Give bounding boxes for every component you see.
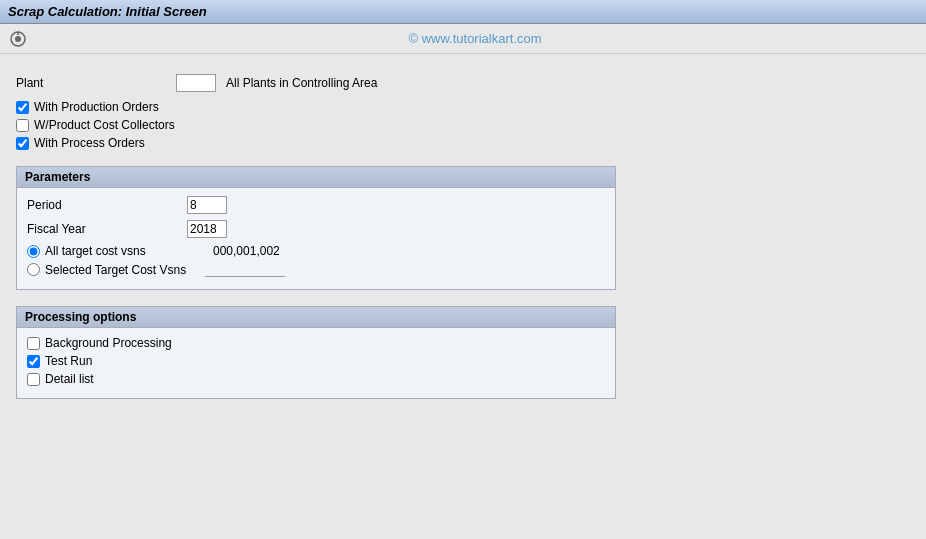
plant-input[interactable] — [176, 74, 216, 92]
with-product-cost-collectors-checkbox[interactable] — [16, 119, 29, 132]
with-product-cost-collectors-label: W/Product Cost Collectors — [34, 118, 175, 132]
plant-row: Plant All Plants in Controlling Area — [16, 74, 616, 92]
detail-list-label: Detail list — [45, 372, 94, 386]
processing-options-section: Processing options Background Processing… — [16, 306, 616, 399]
background-processing-checkbox[interactable] — [27, 337, 40, 350]
all-target-cost-vsns-radio[interactable] — [27, 245, 40, 258]
test-run-row: Test Run — [27, 354, 605, 368]
main-content: Plant All Plants in Controlling Area Wit… — [0, 54, 926, 427]
period-row: Period — [27, 196, 605, 214]
toolbar: © www.tutorialkart.com — [0, 24, 926, 54]
plant-label: Plant — [16, 76, 176, 90]
with-product-cost-collectors-row: W/Product Cost Collectors — [16, 118, 616, 132]
plant-note: All Plants in Controlling Area — [226, 76, 377, 90]
form-container: Plant All Plants in Controlling Area Wit… — [16, 74, 616, 399]
with-production-orders-row: With Production Orders — [16, 100, 616, 114]
selected-target-cost-vsns-label: Selected Target Cost Vsns — [45, 263, 205, 277]
fiscal-year-input[interactable] — [187, 220, 227, 238]
all-target-cost-vsns-row: All target cost vsns 000,001,002 — [27, 244, 605, 258]
title-bar: Scrap Calculation: Initial Screen — [0, 0, 926, 24]
toolbar-icon[interactable] — [8, 29, 28, 49]
with-process-orders-checkbox[interactable] — [16, 137, 29, 150]
watermark: © www.tutorialkart.com — [32, 31, 918, 46]
fiscal-year-label: Fiscal Year — [27, 222, 187, 236]
page-title: Scrap Calculation: Initial Screen — [8, 4, 207, 19]
processing-options-body: Background Processing Test Run Detail li… — [17, 328, 615, 398]
save-icon — [9, 30, 27, 48]
fiscal-year-row: Fiscal Year — [27, 220, 605, 238]
parameters-header: Parameters — [17, 167, 615, 188]
processing-options-header: Processing options — [17, 307, 615, 328]
detail-list-row: Detail list — [27, 372, 605, 386]
all-target-cost-vsns-label: All target cost vsns — [45, 244, 205, 258]
period-label: Period — [27, 198, 187, 212]
test-run-checkbox[interactable] — [27, 355, 40, 368]
test-run-label: Test Run — [45, 354, 92, 368]
with-process-orders-label: With Process Orders — [34, 136, 145, 150]
selected-target-cost-vsns-row: Selected Target Cost Vsns — [27, 262, 605, 277]
with-production-orders-checkbox[interactable] — [16, 101, 29, 114]
selected-target-cost-vsns-underline — [205, 262, 285, 277]
selected-target-cost-vsns-radio[interactable] — [27, 263, 40, 276]
background-processing-row: Background Processing — [27, 336, 605, 350]
parameters-body: Period Fiscal Year All target cost vsns … — [17, 188, 615, 289]
detail-list-checkbox[interactable] — [27, 373, 40, 386]
parameters-section: Parameters Period Fiscal Year All target… — [16, 166, 616, 290]
background-processing-label: Background Processing — [45, 336, 172, 350]
with-process-orders-row: With Process Orders — [16, 136, 616, 150]
period-input[interactable] — [187, 196, 227, 214]
all-target-cost-vsns-value: 000,001,002 — [213, 244, 280, 258]
svg-point-1 — [15, 36, 21, 42]
with-production-orders-label: With Production Orders — [34, 100, 159, 114]
